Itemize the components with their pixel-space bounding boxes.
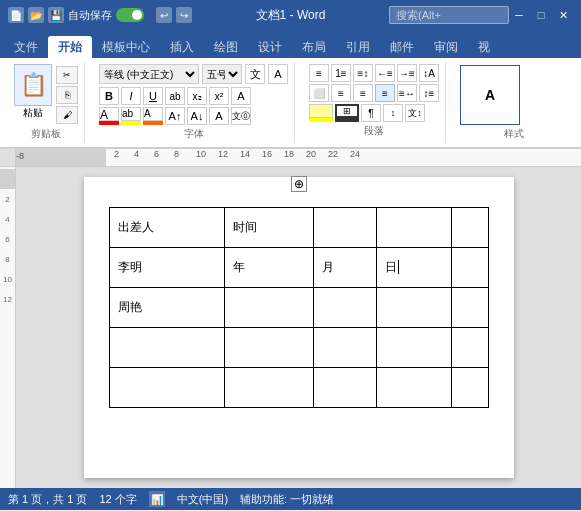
highlight-button[interactable]: ab <box>121 107 141 121</box>
move-handle[interactable]: ⊕ <box>291 176 307 192</box>
status-bar: 第 1 页，共 1 页 12 个字 📊 中文(中国) 辅助功能: 一切就绪 <box>0 488 581 510</box>
page-info: 第 1 页，共 1 页 <box>8 492 87 507</box>
tab-references[interactable]: 引用 <box>336 36 380 58</box>
font-name-select[interactable]: 等线 (中文正文) <box>99 64 199 84</box>
decrease-indent-button[interactable]: ←≡ <box>375 64 395 82</box>
table-cell-2-2[interactable] <box>313 288 376 328</box>
wen-button[interactable]: 文 <box>245 64 265 84</box>
bold-button[interactable]: B <box>99 87 119 105</box>
ribbon: 文件 开始 模板中心 插入 绘图 设计 布局 引用 邮件 审阅 视 📋 粘贴 ✂… <box>0 30 581 149</box>
font-size-select[interactable]: 五号 <box>202 64 242 84</box>
table-cell-4-0[interactable] <box>109 368 224 408</box>
table-cell-3-0[interactable] <box>109 328 224 368</box>
toggle-switch[interactable] <box>116 8 144 22</box>
char-count: 12 个字 <box>99 492 136 507</box>
table-cell-0-4[interactable] <box>451 208 488 248</box>
table-cell-4-4[interactable] <box>451 368 488 408</box>
paste-button[interactable]: 📋 粘贴 <box>14 64 52 120</box>
border-button[interactable]: ⊞ <box>335 104 359 118</box>
tab-layout[interactable]: 布局 <box>292 36 336 58</box>
font-label: 字体 <box>99 127 288 141</box>
underline-button[interactable]: U <box>143 87 163 105</box>
autosave-toggle[interactable]: 自动保存 <box>68 8 144 23</box>
tab-design[interactable]: 设计 <box>248 36 292 58</box>
new-icon[interactable]: 📄 <box>8 7 24 23</box>
v-ruler-4: 4 <box>5 209 9 229</box>
ruler-mark-24: 24 <box>350 149 360 159</box>
table-cell-0-1[interactable]: 时间 <box>224 208 313 248</box>
shading-button[interactable] <box>309 104 333 118</box>
window-title: 文档1 - Word <box>192 7 389 24</box>
tab-insert[interactable]: 插入 <box>160 36 204 58</box>
strikethrough-button[interactable]: ab <box>165 87 185 105</box>
table-cell-2-3[interactable] <box>376 288 451 328</box>
chinese-layout-button[interactable]: 文↕ <box>405 104 425 122</box>
ruler-mark-8: 8 <box>174 149 179 159</box>
A-button[interactable]: A <box>268 64 288 84</box>
tab-home[interactable]: 开始 <box>48 36 92 58</box>
cut-button[interactable]: ✂ <box>56 66 78 84</box>
table-cell-0-2[interactable] <box>313 208 376 248</box>
maximize-button[interactable]: □ <box>531 5 551 25</box>
table-cell-2-4[interactable] <box>451 288 488 328</box>
table-cell-1-3[interactable]: 日 <box>376 248 451 288</box>
tab-template[interactable]: 模板中心 <box>92 36 160 58</box>
table-cell-0-3[interactable] <box>376 208 451 248</box>
tab-view[interactable]: 视 <box>468 36 500 58</box>
table-cell-4-1[interactable] <box>224 368 313 408</box>
font-color2-button[interactable]: A <box>143 107 163 121</box>
tab-mail[interactable]: 邮件 <box>380 36 424 58</box>
line-spacing-button[interactable]: ↕≡ <box>419 84 439 102</box>
tab-file[interactable]: 文件 <box>4 36 48 58</box>
tab-review[interactable]: 审阅 <box>424 36 468 58</box>
table-cell-2-0[interactable]: 周艳 <box>109 288 224 328</box>
minimize-button[interactable]: ─ <box>509 5 529 25</box>
font-size-increase-button[interactable]: A↑ <box>165 107 185 125</box>
para-spacing-button[interactable]: ↕ <box>383 104 403 122</box>
table-cell-3-3[interactable] <box>376 328 451 368</box>
table-cell-1-0[interactable]: 李明 <box>109 248 224 288</box>
undo-icon[interactable]: ↩ <box>156 7 172 23</box>
numbered-list-button[interactable]: 1≡ <box>331 64 351 82</box>
table-cell-1-2[interactable]: 月 <box>313 248 376 288</box>
justify-button[interactable]: ≡ <box>375 84 395 102</box>
tab-draw[interactable]: 绘图 <box>204 36 248 58</box>
align-center-button[interactable]: ≡ <box>331 84 351 102</box>
table-cell-4-3[interactable] <box>376 368 451 408</box>
save-icon[interactable]: 💾 <box>48 7 64 23</box>
table-cell-2-1[interactable] <box>224 288 313 328</box>
clear-format-button[interactable]: A <box>231 87 251 105</box>
format-painter-button[interactable]: 🖌 <box>56 106 78 124</box>
subscript-button[interactable]: x₂ <box>187 87 207 105</box>
table-cell-3-1[interactable] <box>224 328 313 368</box>
ruler-mark-2: 2 <box>114 149 119 159</box>
phonetic-button[interactable]: 文⓪ <box>231 107 251 125</box>
table-cell-3-4[interactable] <box>451 328 488 368</box>
word-count-icon[interactable]: 📊 <box>149 491 165 507</box>
table-cell-1-4[interactable] <box>451 248 488 288</box>
close-button[interactable]: ✕ <box>553 5 573 25</box>
sort-button[interactable]: ↕A <box>419 64 439 82</box>
distributed-button[interactable]: ≡↔ <box>397 84 417 102</box>
font-size-decrease-button[interactable]: A↓ <box>187 107 207 125</box>
search-input[interactable] <box>389 6 509 24</box>
table-cell-4-2[interactable] <box>313 368 376 408</box>
open-icon[interactable]: 📂 <box>28 7 44 23</box>
font-color-button[interactable]: A <box>99 107 119 121</box>
multilevel-list-button[interactable]: ≡↕ <box>353 64 373 82</box>
font-color3-button[interactable]: A <box>209 107 229 125</box>
table-cell-0-0[interactable]: 出差人 <box>109 208 224 248</box>
superscript-button[interactable]: x² <box>209 87 229 105</box>
table-cell-1-1[interactable]: 年 <box>224 248 313 288</box>
show-marks-button[interactable]: ¶ <box>361 104 381 122</box>
increase-indent-button[interactable]: →≡ <box>397 64 417 82</box>
table-cell-3-2[interactable] <box>313 328 376 368</box>
align-right-button[interactable]: ≡ <box>353 84 373 102</box>
bullet-list-button[interactable]: ≡ <box>309 64 329 82</box>
table-row: 李明 年 月 日 <box>109 248 488 288</box>
redo-icon[interactable]: ↪ <box>176 7 192 23</box>
italic-button[interactable]: I <box>121 87 141 105</box>
style-normal-button[interactable]: A <box>460 65 520 125</box>
copy-button[interactable]: ⎘ <box>56 86 78 104</box>
align-left-button[interactable]: ⬜ <box>309 84 329 102</box>
